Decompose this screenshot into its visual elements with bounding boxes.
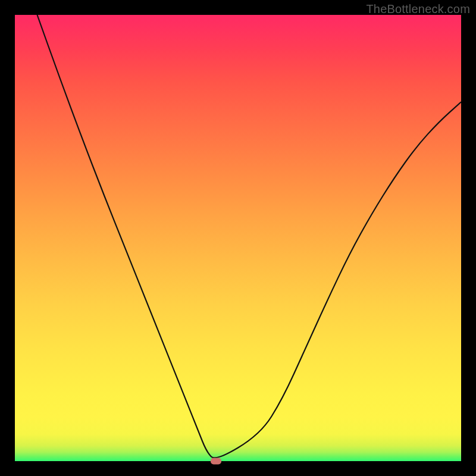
optimal-marker (211, 458, 221, 465)
plot-area (15, 15, 461, 461)
watermark-text: TheBottleneck.com (366, 2, 470, 16)
chart-frame: TheBottleneck.com (0, 0, 476, 476)
bottleneck-curve (15, 15, 461, 461)
